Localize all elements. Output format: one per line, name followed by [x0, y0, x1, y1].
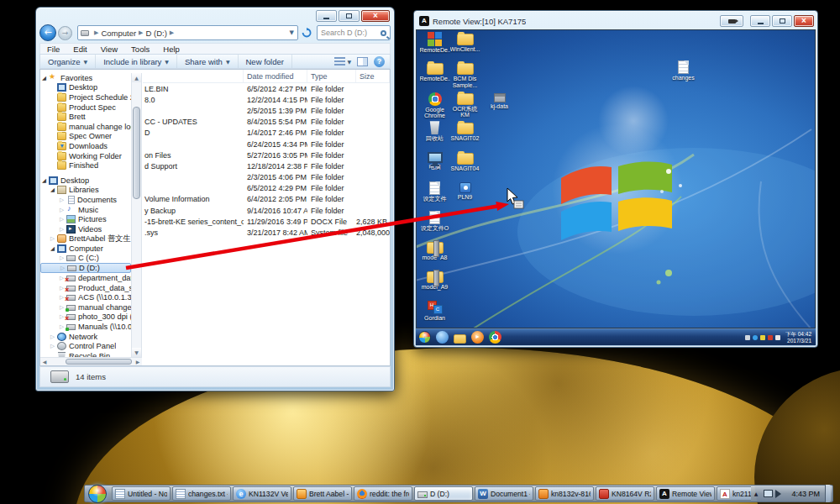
maximize-button[interactable] — [339, 10, 360, 22]
toolbar-item[interactable]: Share with ▼ — [177, 55, 239, 68]
remote-desktop-icon[interactable]: 设定文件O — [420, 210, 449, 239]
tree-horizontal-scrollbar[interactable]: ◀ ▶ — [40, 357, 142, 365]
remote-taskbar-icon[interactable] — [436, 331, 449, 344]
tray-icon[interactable] — [760, 335, 765, 340]
taskbar-button[interactable]: Remote View... — [656, 486, 715, 501]
change-view-icon[interactable] — [334, 57, 345, 66]
remote-desktop-icon[interactable]: 回收站 — [420, 121, 449, 150]
tree-item[interactable]: Spec Owner — [40, 132, 131, 142]
tree-item[interactable]: BrettAabel 普文生 — [40, 234, 131, 244]
file-row[interactable]: y Backup 9/14/2016 10:47 AM File folder — [143, 205, 390, 216]
close-button[interactable]: × — [794, 15, 814, 27]
taskbar-button[interactable]: reddit: the fro... — [354, 486, 412, 501]
remote-desktop-icon[interactable]: OCR系统 KM — [450, 92, 480, 121]
remote-desktop-icon[interactable]: Google Chrome — [420, 92, 449, 121]
tree-item[interactable]: Desktop — [40, 176, 131, 186]
tray-icon[interactable] — [775, 335, 780, 340]
file-row[interactable]: 6/5/2012 4:29 PM File folder — [143, 183, 390, 194]
remote-desktop[interactable]: RemoteDe... RemoteDe... Google Chrome 回收… — [416, 29, 816, 328]
column-header[interactable]: Type — [307, 70, 356, 82]
file-row[interactable]: D 1/4/2017 2:46 PM File folder — [143, 128, 390, 139]
remote-desktop-icon[interactable]: RemoteDe... — [420, 61, 449, 91]
tree-item[interactable]: Videos — [40, 224, 131, 234]
breadcrumb-segment[interactable]: D (D:) ▶ — [146, 29, 177, 38]
menu-item[interactable]: File — [40, 45, 66, 54]
column-header[interactable]: Size — [356, 70, 390, 82]
scrollbar-thumb[interactable] — [66, 359, 132, 365]
expander-icon[interactable] — [60, 197, 66, 203]
taskbar-button[interactable]: Brett Aabel - I... — [293, 486, 352, 501]
search-input[interactable]: Search D (D:) — [317, 25, 391, 40]
tree-item[interactable]: manual change log (\\10.0 — [40, 302, 131, 312]
remote-taskbar-icon[interactable] — [489, 331, 501, 344]
menu-item[interactable]: Help — [156, 45, 186, 54]
scrollbar-thumb[interactable] — [133, 107, 140, 199]
tree-item[interactable]: Documents — [40, 195, 131, 205]
tree-item[interactable]: Music — [40, 205, 131, 215]
expander-icon[interactable] — [60, 265, 67, 271]
expander-icon[interactable] — [50, 245, 57, 252]
show-hidden-icons-button[interactable]: ▲ — [751, 491, 762, 496]
tree-item[interactable]: ACS (\\10.0.1.30\Share\Dep — [40, 292, 131, 302]
restore-button[interactable] — [772, 15, 792, 27]
expander-icon[interactable] — [50, 333, 57, 340]
display-tray-icon[interactable] — [764, 490, 773, 497]
file-row[interactable]: .sys 3/21/2017 8:42 AM System file 2,048… — [143, 227, 390, 238]
tree-item[interactable]: photo_300 dpi (\\10.0.1.30 — [40, 312, 131, 323]
tree-vertical-scrollbar[interactable]: ▲ ▼ — [131, 73, 142, 357]
remote-desktop-icon[interactable]: BCM Dis Sample... — [450, 61, 480, 91]
file-row[interactable]: CC - UPDATES 8/4/2015 5:54 PM File folde… — [143, 117, 390, 128]
file-row[interactable]: Volume Information 6/4/2012 2:05 PM File… — [143, 194, 390, 205]
remote-desktop-icon[interactable]: RemoteDe... — [420, 32, 449, 61]
tree-item[interactable]: Finished — [40, 160, 131, 171]
expander-icon[interactable] — [50, 186, 57, 193]
remote-desktop-icon[interactable]: PLN9 — [450, 181, 480, 210]
tree-item[interactable]: Desktop — [40, 83, 131, 93]
file-row[interactable]: -15-brett-KE series_content_over... 11/2… — [143, 216, 390, 227]
taskbar-button[interactable]: Document1 - ... — [475, 486, 533, 501]
tray-icon[interactable] — [753, 335, 758, 340]
toolbar-item[interactable]: Organize ▼ — [40, 55, 96, 68]
tree-item[interactable]: manual change log — [40, 122, 131, 132]
taskbar-button[interactable]: KN8164V R2 P... — [596, 486, 654, 501]
tree-item[interactable]: Control Panel — [40, 341, 131, 351]
expander-icon[interactable] — [50, 235, 57, 242]
tree-item[interactable]: Product Spec — [40, 102, 131, 113]
taskbar-button[interactable]: changes.txt - ... — [172, 486, 231, 501]
remote-taskbar-icon[interactable] — [471, 331, 484, 344]
remote-desktop-icon[interactable]: mode_A8 — [420, 240, 449, 270]
expander-icon[interactable] — [42, 75, 49, 81]
taskbar-button[interactable]: KN1132V Vers... — [233, 486, 291, 501]
menu-item[interactable]: View — [94, 45, 124, 54]
file-row[interactable]: LE.BIN 6/5/2012 4:27 PM File folder — [143, 83, 390, 94]
preview-pane-icon[interactable] — [357, 57, 368, 66]
tree-item[interactable]: Pictures — [40, 214, 131, 224]
tree-item[interactable]: Product_data_sheet (\\10.0 — [40, 283, 131, 293]
file-row[interactable]: 2/5/2015 1:39 PM File folder — [143, 105, 390, 116]
tree-item[interactable]: Working Folder — [40, 151, 131, 161]
start-button[interactable] — [88, 485, 107, 503]
back-button[interactable]: ← — [39, 24, 56, 41]
forward-button[interactable]: → — [58, 26, 72, 40]
volume-tray-icon[interactable] — [775, 490, 785, 498]
toolbar-item[interactable]: New folder ▼ — [239, 55, 292, 68]
show-desktop-button[interactable] — [825, 485, 831, 502]
close-button[interactable]: × — [361, 10, 390, 22]
scroll-right-icon[interactable]: ▶ — [134, 358, 142, 365]
address-bar[interactable]: ▶ Computer ▶ D (D:) ▶ ▼ — [77, 25, 298, 40]
tree-item[interactable]: Downloads — [40, 141, 131, 151]
taskbar-button[interactable]: Untitled - Not... — [112, 486, 171, 501]
minimize-button[interactable] — [316, 10, 337, 22]
taskbar-button[interactable]: kn8132v-8164... — [535, 486, 594, 501]
clock[interactable]: 4:43 PM — [786, 490, 825, 498]
file-row[interactable]: 2/3/2015 4:06 PM File folder — [143, 172, 390, 183]
tree-item[interactable]: Brett — [40, 112, 131, 122]
expander-icon[interactable] — [60, 255, 66, 261]
toolbar-item[interactable]: Include in library ▼ — [96, 55, 177, 68]
remote-clock[interactable]: 下午 04:42 2017/3/21 — [785, 331, 813, 344]
taskbar-button[interactable]: D (D:) — [414, 486, 473, 501]
remote-desktop-icon[interactable]: 设定文件 — [420, 181, 449, 210]
tree-item[interactable]: Libraries — [40, 186, 131, 196]
tree-item[interactable]: Project Schedule 2017 — [40, 92, 131, 102]
remote-title-bar[interactable]: A Remote View:[10] KA7175 × — [416, 13, 816, 29]
